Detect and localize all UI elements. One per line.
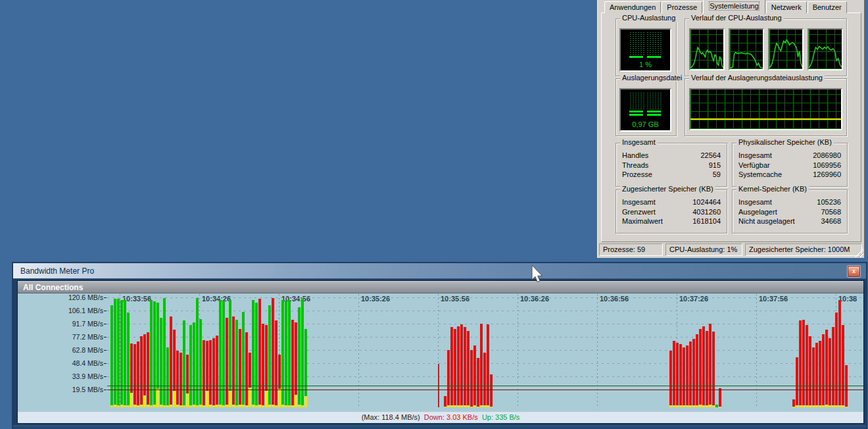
download-bar bbox=[232, 316, 235, 407]
download-bar bbox=[226, 318, 228, 407]
stat-row: Insgesamt1024464 bbox=[616, 197, 727, 207]
tab-netzwerk[interactable]: Netzwerk bbox=[766, 1, 807, 13]
upload-base-bar bbox=[689, 405, 692, 407]
upload-base-bar bbox=[473, 405, 476, 407]
upload-base-bar bbox=[127, 405, 130, 407]
upload-base-bar bbox=[480, 405, 483, 407]
download-bar bbox=[842, 325, 844, 407]
status-up: Up: 335 B/s bbox=[482, 413, 519, 421]
y-axis-label: 19.5 MB/s bbox=[19, 386, 103, 393]
cpu-history-graph-1 bbox=[689, 28, 725, 70]
upload-base-bar bbox=[676, 405, 679, 407]
upload-base-bar bbox=[212, 405, 215, 407]
download-bar bbox=[845, 365, 848, 407]
pagefile-meter-segment bbox=[629, 111, 661, 113]
upload-base-bar bbox=[120, 405, 123, 407]
upload-base-bar bbox=[447, 405, 450, 407]
upload-base-bar bbox=[272, 405, 274, 407]
upload-base-bar bbox=[699, 405, 702, 407]
upload-bar bbox=[252, 300, 254, 407]
upload-bar bbox=[288, 300, 291, 407]
upload-base-bar bbox=[166, 405, 169, 407]
group-cpu-usage: CPU-Auslastung 1 % bbox=[615, 18, 677, 76]
time-tick-label: 10:38 bbox=[838, 295, 857, 303]
upload-bar bbox=[160, 318, 162, 407]
time-tick-label: 10:37:26 bbox=[679, 295, 708, 303]
group-title: Kernel-Speicher (KB) bbox=[736, 185, 809, 193]
tab-benutzer[interactable]: Benutzer bbox=[808, 1, 847, 13]
upload-base-bar bbox=[288, 405, 291, 407]
upload-bar bbox=[715, 405, 718, 407]
upload-bar bbox=[219, 300, 222, 407]
download-bar bbox=[692, 339, 695, 407]
stat-row: Handles22564 bbox=[616, 151, 727, 161]
download-bar bbox=[683, 347, 685, 407]
download-bar bbox=[838, 300, 841, 407]
upload-base-bar bbox=[835, 405, 838, 407]
tab-prozesse[interactable]: Prozesse bbox=[662, 1, 702, 13]
download-bar bbox=[712, 332, 715, 407]
download-bar bbox=[709, 324, 711, 407]
download-bar bbox=[487, 324, 489, 407]
upload-base-bar bbox=[275, 405, 277, 407]
stat-label: Handles bbox=[622, 151, 648, 161]
upload-base-bar bbox=[219, 405, 222, 407]
download-bar bbox=[706, 331, 708, 407]
time-tick-label: 10:36:26 bbox=[520, 295, 549, 303]
upload-base-bar bbox=[483, 405, 486, 407]
upload-base-bar bbox=[117, 405, 120, 407]
upload-bar bbox=[285, 301, 287, 407]
upload-base-bar bbox=[124, 405, 126, 407]
upload-base-bar bbox=[291, 405, 294, 407]
group-title: Verlauf der CPU-Auslastung bbox=[689, 14, 784, 22]
download-bar bbox=[209, 340, 212, 407]
upload-bar bbox=[199, 319, 202, 407]
download-bar bbox=[258, 299, 261, 407]
upload-base-bar bbox=[180, 405, 182, 407]
tab-label: Netzwerk bbox=[771, 3, 802, 11]
stat-label: Threads bbox=[622, 161, 648, 170]
pagefile-meter-segment bbox=[629, 114, 661, 116]
download-bar bbox=[686, 345, 688, 407]
upload-base-bar bbox=[683, 405, 685, 407]
download-bar bbox=[447, 350, 450, 407]
download-bar bbox=[799, 320, 802, 407]
stat-label: Insgesamt bbox=[738, 151, 772, 161]
tab-label: Prozesse bbox=[667, 3, 697, 11]
taskmgr-status-bar: Prozesse: 59 CPU-Auslastung: 1% Zugesich… bbox=[599, 243, 863, 256]
y-axis-tick bbox=[104, 324, 107, 324]
close-button[interactable]: x bbox=[848, 266, 860, 277]
stat-row: Ausgelagert70568 bbox=[733, 207, 847, 217]
group-physical-memory: Physikalischer Speicher (KB) Insgesamt20… bbox=[732, 143, 848, 187]
download-bar bbox=[262, 324, 264, 407]
tab-anwendungen[interactable]: Anwendungen bbox=[604, 1, 661, 13]
stat-value: 1069956 bbox=[813, 161, 841, 170]
upload-base-bar bbox=[467, 405, 470, 407]
stat-row: Systemcache1269960 bbox=[733, 170, 847, 180]
status-cpu-usage: CPU-Auslastung: 1% bbox=[665, 243, 742, 256]
upload-base-bar bbox=[686, 405, 688, 407]
stat-label: Grenzwert bbox=[622, 207, 656, 217]
download-bar bbox=[467, 331, 470, 407]
stat-value: 4031260 bbox=[692, 207, 721, 217]
upload-base-bar bbox=[702, 405, 705, 407]
y-axis-label: 48.4 MB/s bbox=[19, 359, 103, 367]
group-cpu-history: Verlauf der CPU-Auslastung bbox=[685, 18, 847, 76]
bwm-title-bar[interactable]: Bandwidth Meter Pro x bbox=[13, 263, 866, 279]
y-axis-label: 77.2 MB/s bbox=[19, 333, 103, 341]
download-bar bbox=[802, 320, 805, 407]
vertical-gridline bbox=[756, 294, 757, 409]
download-bar bbox=[140, 336, 143, 407]
upload-base-bar bbox=[114, 405, 116, 407]
tab-systemleistung[interactable]: Systemleistung bbox=[703, 0, 765, 14]
group-title: Insgesamt bbox=[620, 138, 658, 146]
stat-row: Maximalwert1618104 bbox=[616, 216, 727, 226]
download-bar bbox=[806, 325, 808, 407]
upload-base-bar bbox=[170, 405, 172, 407]
upload-base-bar bbox=[268, 405, 271, 407]
download-bar bbox=[444, 396, 446, 407]
upload-base-bar bbox=[709, 405, 711, 407]
stat-row: Nicht ausgelagert34668 bbox=[733, 216, 847, 226]
upload-base-bar bbox=[255, 405, 258, 407]
upload-base-bar bbox=[298, 405, 301, 407]
